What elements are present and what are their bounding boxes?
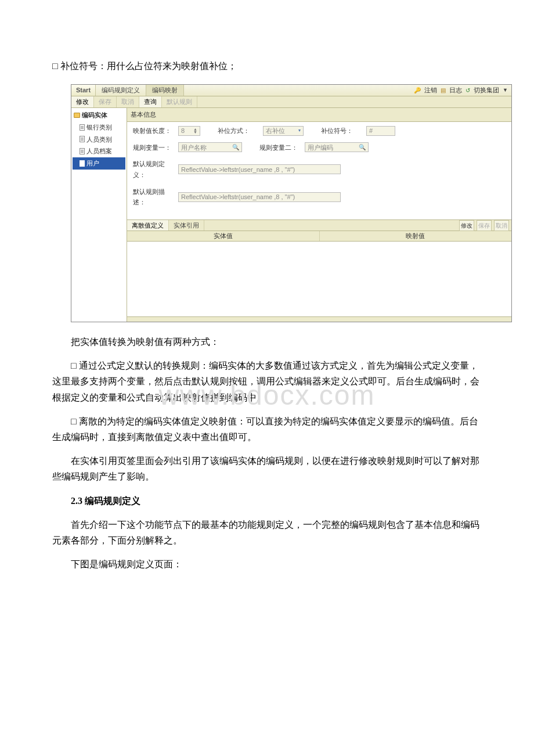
default-rule-button: 默认规则 <box>162 96 197 107</box>
tree-item-label: 银行类别 <box>86 122 112 133</box>
logout-link[interactable]: 注销 <box>424 85 437 96</box>
search-icon[interactable]: 🔍 <box>232 142 239 152</box>
lookup-var1-value: 用户名称 <box>181 142 207 153</box>
doc-icon <box>80 148 85 154</box>
modify-button[interactable]: 修改 <box>71 96 94 107</box>
toolbar: 修改 保存 取消 查询 默认规则 <box>71 96 511 108</box>
lookup-var2[interactable]: 用户编码 🔍 <box>305 142 369 152</box>
tab-code-mapping[interactable]: 编码映射 <box>146 85 184 96</box>
doc-para-discrete: □ 离散的为特定的编码实体值定义映射值：可以直接为特定的编码实体值定义要显示的编… <box>52 413 482 445</box>
log-icon: ▤ <box>441 85 446 95</box>
label-fill-mode: 补位方式： <box>218 125 259 136</box>
input-default-rule[interactable]: ReflectValue->leftstr(user_name ,8 , "#"… <box>178 164 341 174</box>
col-mapped-value: 映射值 <box>320 231 512 241</box>
select-fill-mode[interactable]: 右补位 ▾ <box>263 126 304 136</box>
doc-para-formula: □ 通过公式定义默认的转换规则：编码实体的大多数值通过该方式定义，首先为编辑公式… <box>52 358 482 405</box>
tree-root-label: 编码实体 <box>82 110 107 121</box>
save-button: 保存 <box>94 96 117 107</box>
entity-tree: 编码实体 银行类别 人员类别 人员档案 用户 <box>71 108 127 322</box>
mini-modify-button[interactable]: 修改 <box>459 220 474 231</box>
cancel-button: 取消 <box>117 96 139 107</box>
subtab-discrete[interactable]: 离散值定义 <box>127 220 169 231</box>
section-basic-info: 基本信息 <box>127 108 511 122</box>
input-default-rule-value: ReflectValue->leftstr(user_name ,8 , "#"… <box>181 164 295 175</box>
topbar-actions: 🔑 注销 ▤ 日志 ↺ 切换集团 ▼ <box>410 85 511 96</box>
label-var2: 规则变量二： <box>259 142 301 153</box>
tab-rule-definition[interactable]: 编码规则定义 <box>96 85 146 96</box>
switch-icon: ↺ <box>466 85 470 95</box>
subtab-bar: 离散值定义 实体引用 修改 保存 取消 <box>127 219 511 231</box>
grid-header: 实体值 映射值 <box>127 231 511 242</box>
input-default-desc-value: ReflectValue->leftstr(user_name ,8 , "#"… <box>181 192 295 203</box>
doc-para-convert-modes: 把实体值转换为映射值有两种方式： <box>52 334 482 350</box>
select-fill-mode-value: 右补位 <box>266 125 285 136</box>
basic-info-form: 映射值长度： 8 ▲▼ 补位方式： 右补位 ▾ 补位符号： # <box>127 122 511 219</box>
label-fill-char: 补位符号： <box>321 125 363 136</box>
doc-para-entity-ref: 在实体引用页签里面会列出引用了该编码实体的编码规则，以便在进行修改映射规则时可以… <box>52 453 482 484</box>
input-map-length-value: 8 <box>181 125 185 136</box>
mini-save-button: 保存 <box>477 220 492 231</box>
spinner-icon[interactable]: ▲▼ <box>193 128 197 134</box>
grid-body[interactable] <box>127 242 511 317</box>
tree-item-person-category[interactable]: 人员类别 <box>73 134 125 146</box>
lookup-var2-value: 用户编码 <box>308 142 333 153</box>
label-default-desc: 默认规则描述： <box>133 186 175 208</box>
doc-icon <box>80 160 85 167</box>
label-default-rule: 默认规则定义： <box>133 159 175 180</box>
input-default-desc[interactable]: ReflectValue->leftstr(user_name ,8 , "#"… <box>178 192 341 202</box>
doc-para-intro: 首先介绍一下这个功能节点下的最基本的功能规则定义，一个完整的编码规则包含了基本信… <box>52 517 482 548</box>
input-map-length[interactable]: 8 ▲▼ <box>178 126 200 136</box>
subtab-entity-ref[interactable]: 实体引用 <box>169 220 204 231</box>
key-icon: 🔑 <box>414 85 421 95</box>
doc-text-fillchar: □ 补位符号：用什么占位符来为映射值补位； <box>52 58 482 74</box>
input-fill-char-value: # <box>369 125 373 136</box>
doc-para-figure-caption: 下图是编码规则定义页面： <box>52 556 482 572</box>
label-map-length: 映射值长度： <box>133 125 175 136</box>
main-panel: 基本信息 映射值长度： 8 ▲▼ 补位方式： 右补位 ▾ 补位符号： # <box>127 108 511 322</box>
tree-item-label: 人员类别 <box>86 134 112 145</box>
input-fill-char[interactable]: # <box>366 126 395 136</box>
status-bar <box>127 317 511 322</box>
titlebar: Start 编码规则定义 编码映射 🔑 注销 ▤ 日志 ↺ 切换集团 ▼ <box>71 85 511 96</box>
tree-item-user[interactable]: 用户 <box>73 157 125 170</box>
mini-cancel-button: 取消 <box>494 220 509 231</box>
log-link[interactable]: 日志 <box>449 85 462 96</box>
tree-item-label: 人员档案 <box>86 146 112 157</box>
doc-icon <box>80 124 85 131</box>
heading-2-3: 2.3 编码规则定义 <box>52 493 482 509</box>
folder-icon <box>74 113 80 118</box>
lookup-var1[interactable]: 用户名称 🔍 <box>178 142 242 152</box>
tree-item-label: 用户 <box>86 158 99 169</box>
tree-item-person-archive[interactable]: 人员档案 <box>73 145 125 157</box>
switch-group-link[interactable]: 切换集团 <box>474 85 499 96</box>
app-screenshot: Start 编码规则定义 编码映射 🔑 注销 ▤ 日志 ↺ 切换集团 ▼ 修改 … <box>71 84 512 322</box>
label-var1: 规则变量一： <box>133 142 175 153</box>
start-button[interactable]: Start <box>71 85 96 96</box>
col-entity-value: 实体值 <box>127 231 320 241</box>
tree-root[interactable]: 编码实体 <box>73 109 125 121</box>
query-button[interactable]: 查询 <box>139 96 162 107</box>
tree-item-bank-category[interactable]: 银行类别 <box>73 121 125 134</box>
doc-icon <box>80 136 85 142</box>
dropdown-caret-icon[interactable]: ▼ <box>503 86 508 95</box>
search-icon[interactable]: 🔍 <box>359 142 366 152</box>
chevron-down-icon: ▾ <box>298 127 301 135</box>
